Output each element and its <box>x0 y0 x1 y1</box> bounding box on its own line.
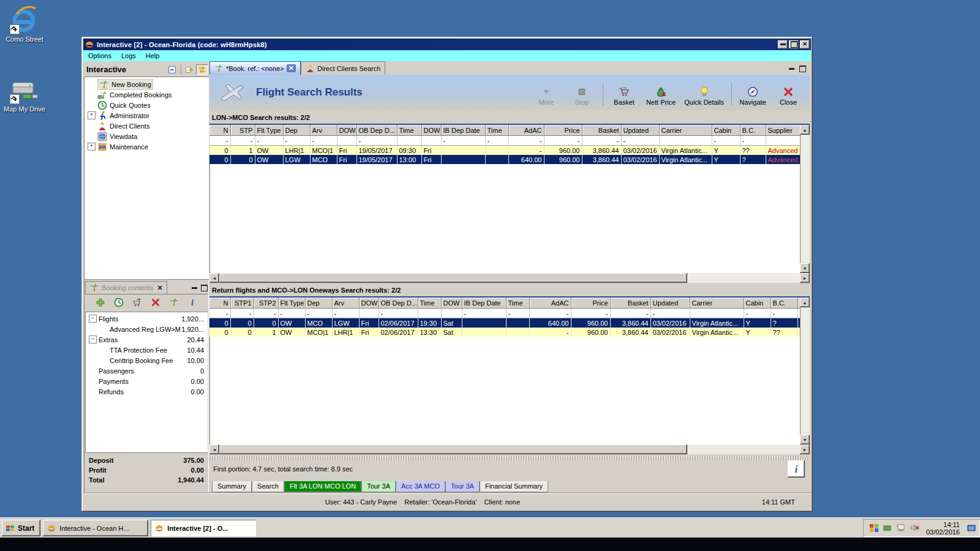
column-header-adac[interactable]: AdAC <box>508 125 544 136</box>
filter-cell[interactable] <box>421 136 441 146</box>
toolbar-navigate-button[interactable]: Navigate <box>736 86 769 106</box>
filter-cell[interactable]: - <box>209 136 230 146</box>
start-button[interactable]: Start <box>2 520 40 536</box>
sidebar-item-completed-bookings[interactable]: Completed Bookings <box>84 89 209 100</box>
vertical-scrollbar[interactable]: ▲▼ <box>800 298 810 444</box>
column-header-stp[interactable]: STP <box>230 125 255 136</box>
network-card-tray[interactable] <box>883 523 892 534</box>
filter-cell[interactable]: - <box>744 309 771 318</box>
filter-cell[interactable] <box>359 309 379 318</box>
sidebar-item-viewdata[interactable]: Viewdata <box>84 131 209 141</box>
column-header-arv[interactable]: Arv <box>332 298 359 309</box>
filter-cell[interactable]: - <box>254 309 278 318</box>
column-header-dow[interactable]: DOW <box>441 298 462 309</box>
filter-cell[interactable]: - <box>485 136 508 146</box>
booking-row[interactable]: Centtrip Booking Fee10.00 <box>85 355 208 365</box>
column-header-time[interactable]: Time <box>418 298 441 309</box>
menu-options[interactable]: Options <box>83 51 116 61</box>
filter-cell[interactable]: - <box>209 309 230 318</box>
column-header-dow[interactable]: DOW <box>421 125 441 136</box>
scroll-up-icon[interactable]: ▲ <box>800 125 810 135</box>
add-button[interactable] <box>96 298 105 309</box>
scroll-left-icon[interactable]: ◄ <box>209 273 219 283</box>
expander-icon[interactable]: + <box>88 111 96 119</box>
collapse-icon[interactable]: − <box>89 315 97 323</box>
booking-row[interactable]: Refunds0.00 <box>85 386 208 397</box>
filter-cell[interactable]: - <box>621 136 659 146</box>
palm-tree-button[interactable] <box>169 298 179 309</box>
filter-cell[interactable] <box>659 136 712 146</box>
basket-export-button[interactable] <box>132 298 142 309</box>
window-titlebar[interactable]: Interactive [2] - Ocean-Florida (code: w… <box>83 39 811 50</box>
column-header-n[interactable]: N <box>209 125 230 136</box>
monitor-icon[interactable] <box>967 523 976 533</box>
minimize-panel-icon[interactable] <box>192 287 197 289</box>
info-button[interactable]: i <box>788 460 805 478</box>
booking-row[interactable]: Advanced Reg LGW>M1,920... <box>85 324 208 334</box>
taskbar-button-2[interactable]: Interactive [2] - O... <box>151 520 256 536</box>
filter-cell[interactable]: - <box>230 309 254 318</box>
column-header-basket[interactable]: Basket <box>582 125 621 136</box>
avg-tray[interactable] <box>869 523 879 534</box>
desktop-shortcut-map-my-drive[interactable]: Map My Drive <box>1 75 48 113</box>
expander-icon[interactable]: + <box>88 143 96 151</box>
result-tab-tour-3a[interactable]: Tour 3A <box>445 481 480 492</box>
toolbar-close-button[interactable]: Close <box>772 86 805 106</box>
column-header-dep[interactable]: Dep <box>305 298 332 309</box>
column-header-flt-type[interactable]: Flt Type <box>278 298 305 309</box>
horizontal-scrollbar[interactable]: ◄► <box>209 273 810 283</box>
column-header-b-c-[interactable]: B.C. <box>740 125 766 136</box>
delete-button[interactable] <box>151 298 160 309</box>
column-header-b-c-[interactable]: B.C. <box>771 298 797 309</box>
filter-cell[interactable]: - <box>582 136 621 146</box>
column-header-ob-dep-d-[interactable]: OB Dep D... <box>379 298 418 309</box>
column-header-price[interactable]: Price <box>571 298 610 309</box>
filter-cell[interactable]: - <box>771 309 797 318</box>
maximize-panel-icon[interactable] <box>201 285 208 291</box>
horizontal-scrollbar[interactable]: ◄► <box>209 444 810 454</box>
column-header-cabin[interactable]: Cabin <box>712 125 740 136</box>
tab-direct-clients-search[interactable]: Direct Clients Search <box>301 61 385 75</box>
filter-cell[interactable]: - <box>571 309 610 318</box>
filter-cell[interactable]: - <box>650 309 690 318</box>
result-row[interactable]: 001OWMCO|1LHR|1Fri02/06/201713:30Sat-960… <box>209 328 810 337</box>
minimize-panel-icon[interactable] <box>789 68 794 70</box>
menu-logs[interactable]: Logs <box>116 51 141 61</box>
close-button[interactable]: ✕ <box>800 40 810 49</box>
filter-cell[interactable]: - <box>356 136 397 146</box>
column-header-ib-dep-date[interactable]: IB Dep Date <box>462 298 506 309</box>
booking-row[interactable]: TTA Protection Fee10.44 <box>85 345 208 355</box>
result-row[interactable]: 01OWLHR|1MCO|1Fri19/05/201709:30Fri-960.… <box>209 146 810 156</box>
result-tab-tour-3a[interactable]: Tour 3A <box>361 481 396 492</box>
sidebar-item-maintenance[interactable]: +Maintenance <box>84 141 209 152</box>
column-header-dow[interactable]: DOW <box>337 125 356 136</box>
tray-clock[interactable]: 14:11 03/02/2016 <box>924 521 962 536</box>
filter-cell[interactable]: - <box>462 309 506 318</box>
column-header-price[interactable]: Price <box>544 125 582 136</box>
collapse-all-button[interactable] <box>166 64 178 75</box>
column-header-ob-dep-d-[interactable]: OB Dep D... <box>356 125 397 136</box>
toolbar-nett-price-button[interactable]: Nett Price <box>643 86 679 106</box>
column-header-basket[interactable]: Basket <box>610 298 650 309</box>
result-row[interactable]: 00OWLGWMCOFri19/05/201713:00Fri640.00960… <box>209 155 810 164</box>
filter-cell[interactable] <box>690 309 744 318</box>
scroll-down-icon[interactable]: ▼ <box>800 263 810 273</box>
column-header-n[interactable]: N <box>209 298 230 309</box>
filter-cell[interactable]: - <box>506 309 529 318</box>
booking-row[interactable]: −Extras20.44 <box>85 334 208 345</box>
dock-left-button[interactable] <box>183 64 195 75</box>
column-header-carrier[interactable]: Carrier <box>690 298 744 309</box>
minimize-button[interactable] <box>778 40 788 49</box>
scroll-thumb[interactable] <box>219 273 687 283</box>
column-header-dow[interactable]: DOW <box>359 298 379 309</box>
close-tab-icon[interactable]: ✕ <box>287 64 296 72</box>
column-header-carrier[interactable]: Carrier <box>659 125 712 136</box>
filter-cell[interactable]: - <box>230 136 255 146</box>
filter-cell[interactable]: - <box>305 309 332 318</box>
column-header-updated[interactable]: Updated <box>650 298 690 309</box>
filter-cell[interactable] <box>397 136 421 146</box>
maximize-button[interactable] <box>789 40 799 49</box>
close-icon[interactable]: ✕ <box>157 284 162 292</box>
scroll-right-icon[interactable]: ► <box>800 273 810 283</box>
filter-cell[interactable]: - <box>712 136 740 146</box>
